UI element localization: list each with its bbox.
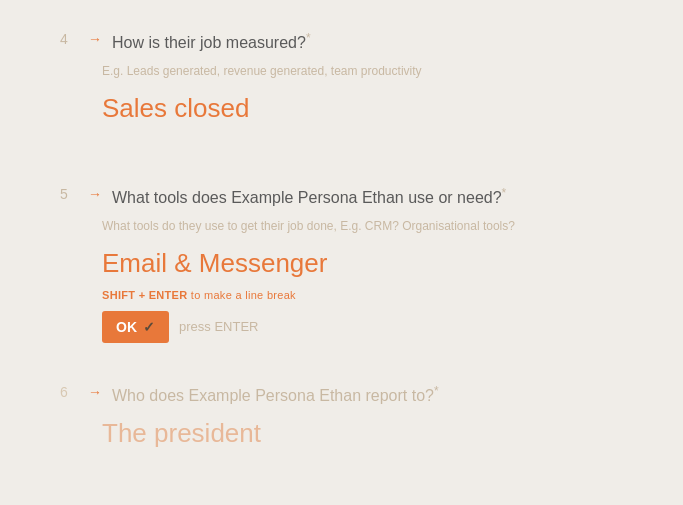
question-row-6: 6 → Who does Example Persona Ethan repor… [60, 383, 623, 408]
required-marker-5: * [502, 186, 507, 200]
question-arrow-5: → [88, 185, 102, 205]
checkmark-icon: ✓ [143, 319, 155, 335]
press-enter-label: press ENTER [179, 319, 258, 334]
shift-enter-hint: SHIFT + ENTER to make a line break [102, 289, 623, 301]
required-marker-6: * [434, 384, 439, 398]
question-arrow-4: → [88, 30, 102, 50]
question-arrow-6: → [88, 383, 102, 403]
divider-4-5 [60, 165, 623, 185]
ok-label: OK [116, 319, 137, 335]
shift-enter-text: to make a line break [191, 289, 296, 301]
question-number-5: 5 [60, 185, 80, 205]
question-row-5: 5 → What tools does Example Persona Etha… [60, 185, 623, 210]
ok-button[interactable]: OK ✓ [102, 311, 169, 343]
question-block-4: 4 → How is their job measured?* E.g. Lea… [60, 30, 623, 125]
question-text-4: How is their job measured?* [112, 30, 311, 55]
question-text-5: What tools does Example Persona Ethan us… [112, 185, 506, 210]
required-marker-4: * [306, 31, 311, 45]
question-number-6: 6 [60, 383, 80, 403]
question-number-4: 4 [60, 30, 80, 50]
answer-text-6: The president [102, 417, 623, 451]
question-block-5: 5 → What tools does Example Persona Etha… [60, 185, 623, 342]
page-container: 4 → How is their job measured?* E.g. Lea… [0, 0, 683, 505]
question-hint-5: What tools do they use to get their job … [102, 218, 623, 235]
answer-text-5: Email & Messenger [102, 247, 623, 281]
question-text-6: Who does Example Persona Ethan report to… [112, 383, 439, 408]
shift-enter-bold: SHIFT + ENTER [102, 289, 188, 301]
ok-button-row: OK ✓ press ENTER [102, 311, 623, 343]
question-row-4: 4 → How is their job measured?* [60, 30, 623, 55]
question-block-6: 6 → Who does Example Persona Ethan repor… [60, 383, 623, 452]
answer-text-4: Sales closed [102, 92, 623, 126]
question-hint-4: E.g. Leads generated, revenue generated,… [102, 63, 623, 80]
